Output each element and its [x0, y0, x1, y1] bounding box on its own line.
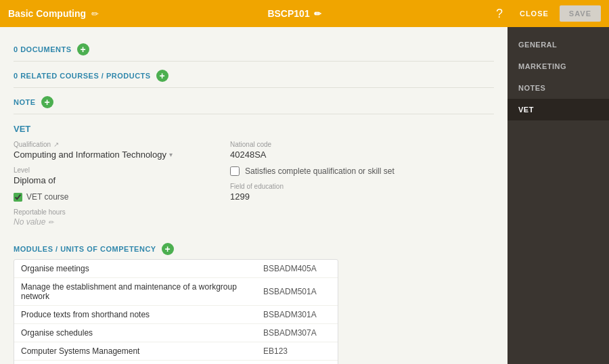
add-document-button[interactable]: + [77, 43, 89, 55]
header-left: Basic Computing ✏ [8, 8, 99, 19]
divider-1 [14, 61, 494, 62]
satisfies-checkbox[interactable] [230, 166, 240, 176]
sidebar-item-general[interactable]: GENERAL [508, 34, 609, 55]
reportable-hours-value: No value ✏ [14, 217, 217, 227]
field-of-education-value: 1299 [230, 191, 494, 202]
modules-section: MODULES / UNITS OF COMPETENCY + Organise… [14, 243, 494, 364]
add-module-button[interactable]: + [162, 243, 174, 255]
module-name: Manage the establishment and maintenance… [21, 282, 263, 301]
content-area: 0 DOCUMENTS + 0 RELATED COURSES / PRODUC… [0, 27, 508, 364]
related-courses-section-header: 0 RELATED COURSES / PRODUCTS + [14, 70, 494, 82]
note-section-header: NOTE + [14, 96, 494, 108]
module-code: BSBADM301A [263, 310, 331, 319]
qualification-field: Qualification ↗ Computing and Informatio… [14, 141, 217, 160]
save-button[interactable]: SAVE [560, 5, 601, 22]
sidebar: GENERALMARKETINGNOTESVET [508, 27, 609, 364]
course-code: BSCP101 [267, 8, 309, 19]
main-layout: 0 DOCUMENTS + 0 RELATED COURSES / PRODUC… [0, 27, 609, 364]
national-code-value: 40248SA [230, 150, 494, 160]
vet-right-col: National code 40248SA Satisfies complete… [230, 141, 494, 233]
header: Basic Computing ✏ BSCP101 ✏ ? CLOSE SAVE [0, 0, 609, 27]
vet-course-checkbox[interactable] [14, 193, 22, 202]
table-row: Computer Software PackagesVBH134 [14, 361, 338, 364]
module-name: Organise schedules [21, 328, 263, 338]
add-related-course-button[interactable]: + [156, 70, 168, 82]
module-name: Organise meetings [21, 264, 263, 273]
vet-fields: Qualification ↗ Computing and Informatio… [14, 141, 494, 233]
qualification-value: Computing and Information Technology ▾ [14, 150, 217, 160]
vet-course-label: VET course [26, 192, 68, 202]
modules-title: MODULES / UNITS OF COMPETENCY [14, 245, 156, 253]
level-field: Level Diploma of [14, 166, 217, 185]
reportable-hours-edit-icon[interactable]: ✏ [48, 219, 53, 226]
reportable-hours-label: Reportable hours [14, 208, 217, 216]
note-title: NOTE [14, 98, 36, 106]
qualification-label: Qualification ↗ [14, 141, 217, 148]
module-name: Computer Systems Management [21, 346, 263, 356]
documents-section-header: 0 DOCUMENTS + [14, 43, 494, 55]
module-name: Produce texts from shorthand notes [21, 310, 263, 319]
module-code: BSBADM501A [263, 287, 331, 296]
field-of-education-field: Field of education 1299 [230, 183, 494, 202]
divider-2 [14, 87, 494, 88]
sidebar-item-notes[interactable]: NOTES [508, 77, 609, 99]
related-courses-title: 0 RELATED COURSES / PRODUCTS [14, 72, 151, 80]
national-code-label: National code [230, 141, 494, 148]
course-title: Basic Computing [8, 8, 86, 19]
satisfies-label: Satisfies complete qualification or skil… [245, 166, 394, 176]
table-row: Organise schedulesBSBADM307A [14, 324, 338, 342]
qualification-external-icon[interactable]: ↗ [53, 141, 59, 148]
divider-3 [14, 114, 494, 114]
header-center: BSCP101 ✏ [267, 8, 321, 19]
modules-table: Organise meetingsBSBADM405AManage the es… [14, 259, 338, 364]
documents-title: 0 DOCUMENTS [14, 45, 72, 53]
code-edit-icon[interactable]: ✏ [314, 9, 321, 19]
module-code: BSBADM405A [263, 264, 331, 273]
national-code-field: National code 40248SA [230, 141, 494, 160]
level-value: Diploma of [14, 175, 217, 185]
table-row: Produce texts from shorthand notesBSBADM… [14, 306, 338, 324]
header-right: ? CLOSE SAVE [490, 4, 601, 23]
field-of-education-label: Field of education [230, 183, 494, 190]
help-button[interactable]: ? [490, 4, 509, 23]
vet-left-col: Qualification ↗ Computing and Informatio… [14, 141, 217, 233]
vet-section-title: VET [14, 124, 494, 134]
module-code: EB123 [263, 346, 331, 356]
title-edit-icon[interactable]: ✏ [91, 9, 99, 19]
level-label: Level [14, 166, 217, 174]
reportable-hours-field: Reportable hours No value ✏ [14, 208, 217, 227]
modules-section-header: MODULES / UNITS OF COMPETENCY + [14, 243, 494, 255]
sidebar-item-marketing[interactable]: MARKETING [508, 55, 609, 77]
table-row: Computer Systems ManagementEB123 [14, 342, 338, 361]
vet-course-row: VET course [14, 192, 217, 202]
table-row: Organise meetingsBSBADM405A [14, 260, 338, 278]
close-button[interactable]: CLOSE [514, 7, 554, 20]
add-note-button[interactable]: + [41, 96, 53, 108]
table-row: Manage the establishment and maintenance… [14, 278, 338, 306]
module-code: BSBADM307A [263, 328, 331, 338]
sidebar-item-vet[interactable]: VET [508, 99, 609, 120]
satisfies-row: Satisfies complete qualification or skil… [230, 166, 494, 176]
qualification-dropdown-icon[interactable]: ▾ [169, 151, 173, 158]
